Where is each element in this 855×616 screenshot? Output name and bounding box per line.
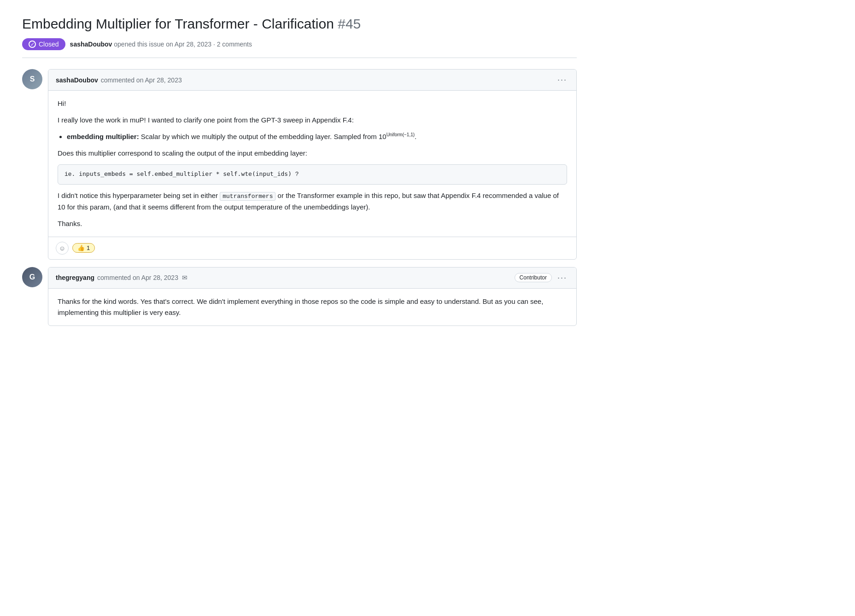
check-icon: ✓: [29, 41, 36, 48]
comment-author-1: sashaDoubov: [56, 76, 98, 84]
closed-badge: ✓ Closed: [22, 38, 65, 50]
body-para-notice: I didn't notice this hyperparameter bein…: [58, 190, 567, 213]
meta-text: sashaDoubov opened this issue on Apr 28,…: [70, 41, 252, 48]
body-para-thanks: Thanks.: [58, 218, 567, 229]
body-list: embedding multiplier: Scalar by which we…: [67, 131, 567, 142]
comments-section: S sashaDoubov commented on Apr 28, 2023 …: [22, 69, 577, 326]
add-reaction-button[interactable]: ☺: [56, 242, 69, 255]
reactions-bar: ☺ 👍 1: [48, 237, 576, 259]
code-block: ie. inputs_embeds = self.embed_multiplie…: [58, 164, 567, 185]
comment-box-1: sashaDoubov commented on Apr 28, 2023 ··…: [48, 69, 577, 260]
comment-date-1: commented on Apr 28, 2023: [101, 76, 182, 84]
comment-date-2: commented on Apr 28, 2023 ✉: [97, 274, 187, 281]
body-para-hi: Hi!: [58, 98, 567, 109]
body-para-intro: I really love the work in muP! I wanted …: [58, 115, 567, 126]
comment-body-2: Thanks for the kind words. Yes that's co…: [48, 289, 576, 325]
body-para-greg: Thanks for the kind words. Yes that's co…: [58, 296, 567, 318]
contributor-badge: Contributor: [515, 273, 552, 282]
superscript-text: Uniform(−1,1): [387, 132, 415, 137]
thumbs-up-reaction[interactable]: 👍 1: [72, 243, 95, 253]
comment-header-2: thegregyang commented on Apr 28, 2023 ✉ …: [48, 267, 576, 289]
comment-box-2: thegregyang commented on Apr 28, 2023 ✉ …: [48, 267, 577, 326]
opened-text: opened this issue on Apr 28, 2023: [114, 41, 211, 48]
comment-count: 2 comments: [217, 41, 252, 48]
title-text: Embedding Multiplier for Transformer - C…: [22, 16, 334, 31]
comment-author-2: thegregyang: [56, 274, 94, 281]
thumbs-up-emoji: 👍: [77, 244, 85, 251]
list-bold-term: embedding multiplier:: [67, 133, 139, 140]
via-email-icon: ✉: [182, 274, 187, 281]
comment-wrapper-2: G thegregyang commented on Apr 28, 2023 …: [22, 267, 577, 326]
page-title: Embedding Multiplier for Transformer - C…: [22, 15, 577, 33]
thumbs-up-count: 1: [87, 244, 90, 251]
status-label: Closed: [39, 41, 59, 48]
issue-meta: ✓ Closed sashaDoubov opened this issue o…: [22, 38, 577, 58]
code-text: inputs_embeds = self.embed_multiplier * …: [79, 170, 292, 177]
issue-author: sashaDoubov: [70, 41, 112, 48]
more-options-button-1[interactable]: ···: [556, 74, 569, 86]
list-item-embedding: embedding multiplier: Scalar by which we…: [67, 131, 567, 142]
body-para-question: Does this multiplier correspond to scali…: [58, 148, 567, 159]
avatar-sasha: S: [22, 69, 42, 89]
avatar-greg: G: [22, 267, 42, 287]
comment-header-1: sashaDoubov commented on Apr 28, 2023 ··…: [48, 70, 576, 91]
more-options-button-2[interactable]: ···: [556, 272, 569, 284]
comment-body-1: Hi! I really love the work in muP! I wan…: [48, 91, 576, 237]
comment-wrapper-1: S sashaDoubov commented on Apr 28, 2023 …: [22, 69, 577, 260]
inline-code-mutransformers: mutransformers: [220, 192, 275, 201]
issue-number: #45: [338, 16, 361, 31]
